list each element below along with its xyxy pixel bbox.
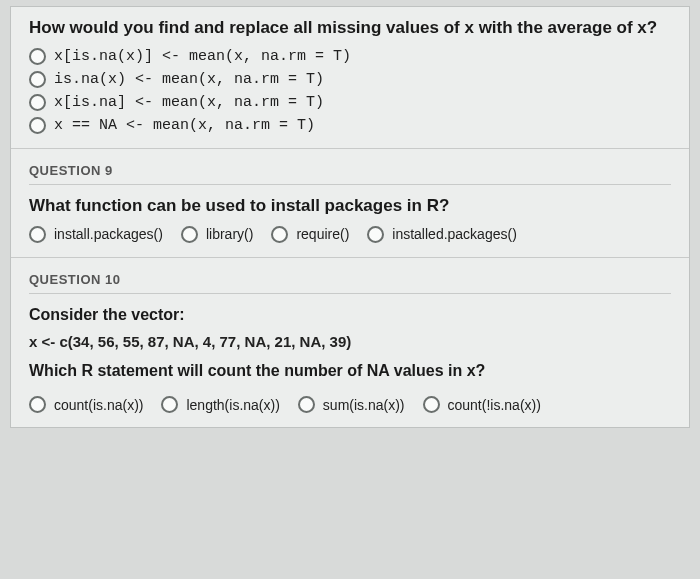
radio-icon[interactable] <box>29 48 46 65</box>
radio-icon[interactable] <box>29 117 46 134</box>
radio-icon[interactable] <box>271 226 288 243</box>
q8-option-3[interactable]: x[is.na] <- mean(x, na.rm = T) <box>29 94 671 111</box>
radio-icon[interactable] <box>181 226 198 243</box>
option-label: x == NA <- mean(x, na.rm = T) <box>54 117 315 134</box>
q9-option-1[interactable]: install.packages() <box>29 226 163 243</box>
q10-option-4[interactable]: count(!is.na(x)) <box>423 396 541 413</box>
radio-icon[interactable] <box>29 226 46 243</box>
q9-options: install.packages() library() require() i… <box>29 226 671 243</box>
option-label: count(!is.na(x)) <box>448 397 541 413</box>
option-label: install.packages() <box>54 226 163 242</box>
radio-icon[interactable] <box>29 71 46 88</box>
q9-heading: QUESTION 9 <box>11 149 689 184</box>
q10-option-1[interactable]: count(is.na(x)) <box>29 396 143 413</box>
radio-icon[interactable] <box>29 94 46 111</box>
q10-line1: Consider the vector: <box>29 304 671 326</box>
q10-vector: x <- c(34, 56, 55, 87, NA, 4, 77, NA, 21… <box>29 333 671 350</box>
question-9-block: What function can be used to install pac… <box>11 185 689 258</box>
option-label: is.na(x) <- mean(x, na.rm = T) <box>54 71 324 88</box>
option-label: require() <box>296 226 349 242</box>
q9-option-3[interactable]: require() <box>271 226 349 243</box>
option-label: sum(is.na(x)) <box>323 397 405 413</box>
radio-icon[interactable] <box>161 396 178 413</box>
q10-options: count(is.na(x)) length(is.na(x)) sum(is.… <box>29 396 671 413</box>
quiz-sheet: How would you find and replace all missi… <box>10 6 690 428</box>
question-8-block: How would you find and replace all missi… <box>11 7 689 149</box>
option-label: x[is.na(x)] <- mean(x, na.rm = T) <box>54 48 351 65</box>
radio-icon[interactable] <box>29 396 46 413</box>
q10-option-3[interactable]: sum(is.na(x)) <box>298 396 405 413</box>
q9-prompt: What function can be used to install pac… <box>29 195 671 218</box>
radio-icon[interactable] <box>367 226 384 243</box>
option-label: x[is.na] <- mean(x, na.rm = T) <box>54 94 324 111</box>
option-label: library() <box>206 226 253 242</box>
question-10-block: Consider the vector: x <- c(34, 56, 55, … <box>11 294 689 427</box>
q8-options: x[is.na(x)] <- mean(x, na.rm = T) is.na(… <box>29 48 671 134</box>
option-label: length(is.na(x)) <box>186 397 279 413</box>
q8-option-1[interactable]: x[is.na(x)] <- mean(x, na.rm = T) <box>29 48 671 65</box>
q9-option-2[interactable]: library() <box>181 226 253 243</box>
q9-option-4[interactable]: installed.packages() <box>367 226 517 243</box>
q8-option-2[interactable]: is.na(x) <- mean(x, na.rm = T) <box>29 71 671 88</box>
radio-icon[interactable] <box>298 396 315 413</box>
option-label: count(is.na(x)) <box>54 397 143 413</box>
q8-option-4[interactable]: x == NA <- mean(x, na.rm = T) <box>29 117 671 134</box>
q10-option-2[interactable]: length(is.na(x)) <box>161 396 279 413</box>
q10-prompt: Which R statement will count the number … <box>29 360 671 382</box>
q10-heading: QUESTION 10 <box>11 258 689 293</box>
radio-icon[interactable] <box>423 396 440 413</box>
q8-prompt: How would you find and replace all missi… <box>29 17 671 40</box>
option-label: installed.packages() <box>392 226 517 242</box>
